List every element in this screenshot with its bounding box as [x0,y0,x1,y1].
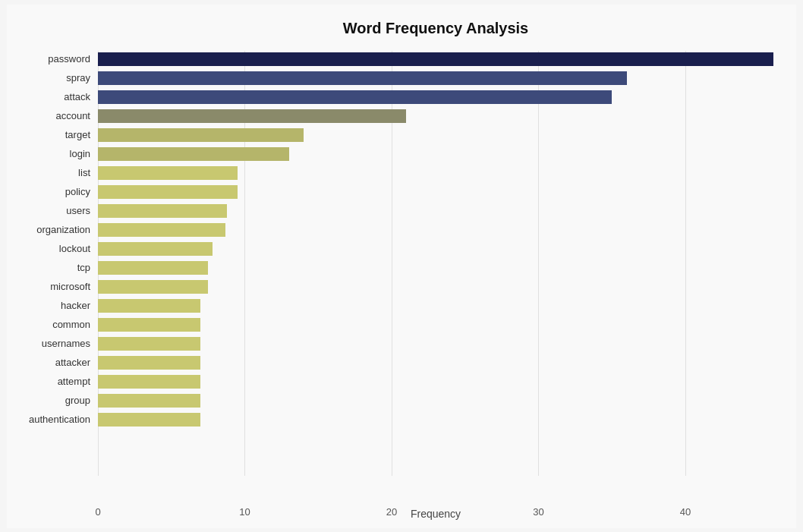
bar-fill [98,337,200,351]
bar-row: users [98,203,773,219]
bar-wrapper [98,51,773,68]
bar-wrapper [98,373,773,390]
bar-row: common [98,316,773,333]
bar-label: organization [11,224,98,235]
bar-label: attack [11,91,98,102]
bar-label: policy [11,186,98,197]
bar-wrapper [98,335,773,352]
bar-label: login [11,148,98,159]
bar-wrapper [98,392,773,409]
bar-row: list [98,165,773,181]
bar-label: microsoft [11,281,98,292]
bar-label: target [11,129,98,140]
bar-fill [98,109,406,123]
bar-wrapper [98,108,773,124]
bar-fill [98,375,200,389]
chart-container: Word Frequency Analysis passwordsprayatt… [7,5,796,528]
bar-fill [98,90,612,104]
bar-wrapper [98,222,773,238]
bar-row: group [98,392,773,409]
bar-wrapper [98,184,773,200]
bar-label: account [11,110,98,121]
bar-wrapper [98,411,773,428]
bar-row: microsoft [98,279,773,295]
bar-row: tcp [98,260,773,276]
bar-row: account [98,108,773,124]
bar-label: list [11,167,98,178]
bar-fill [98,280,208,294]
bar-label: usernames [11,338,98,349]
bar-wrapper [98,260,773,276]
bar-label: hacker [11,300,98,311]
bar-fill [98,356,200,370]
bar-fill [98,394,200,408]
bar-fill [98,185,238,199]
bar-fill [98,204,227,218]
bar-row: usernames [98,335,773,352]
bar-wrapper [98,203,773,219]
bar-fill [98,52,773,66]
bar-row: hacker [98,297,773,314]
bar-row: login [98,146,773,162]
chart-title: Word Frequency Analysis [98,20,773,37]
bar-wrapper [98,89,773,105]
bar-row: attempt [98,373,773,390]
bar-wrapper [98,354,773,371]
bar-label: attacker [11,357,98,368]
bar-wrapper [98,127,773,143]
bar-row: attack [98,89,773,105]
bar-fill [98,147,289,161]
bar-label: group [11,395,98,406]
bar-wrapper [98,146,773,162]
bar-fill [98,71,627,85]
bar-row: authentication [98,411,773,428]
bar-fill [98,413,200,427]
bar-label: tcp [11,262,98,273]
bar-wrapper [98,297,773,314]
bar-label: authentication [11,414,98,425]
bar-row: policy [98,184,773,200]
bar-label: lockout [11,243,98,254]
x-axis-label: Frequency [98,508,773,520]
bar-wrapper [98,241,773,257]
bar-fill [98,166,238,180]
bar-row: lockout [98,241,773,257]
bar-fill [98,318,200,332]
bar-fill [98,223,225,237]
bar-label: users [11,205,98,216]
bar-row: password [98,51,773,68]
bar-label: attempt [11,376,98,387]
bar-wrapper [98,316,773,333]
bar-label: spray [11,72,98,83]
bar-label: password [11,53,98,65]
bar-row: attacker [98,354,773,371]
bar-fill [98,299,200,313]
bar-chart: passwordsprayattackaccounttargetloginlis… [98,51,773,476]
bar-row: organization [98,222,773,238]
bar-wrapper [98,70,773,87]
bar-fill [98,261,208,275]
bar-wrapper [98,165,773,181]
bar-fill [98,242,213,256]
bar-label: common [11,319,98,330]
bar-row: target [98,127,773,143]
bar-fill [98,128,304,142]
bar-wrapper [98,279,773,295]
bar-row: spray [98,70,773,87]
